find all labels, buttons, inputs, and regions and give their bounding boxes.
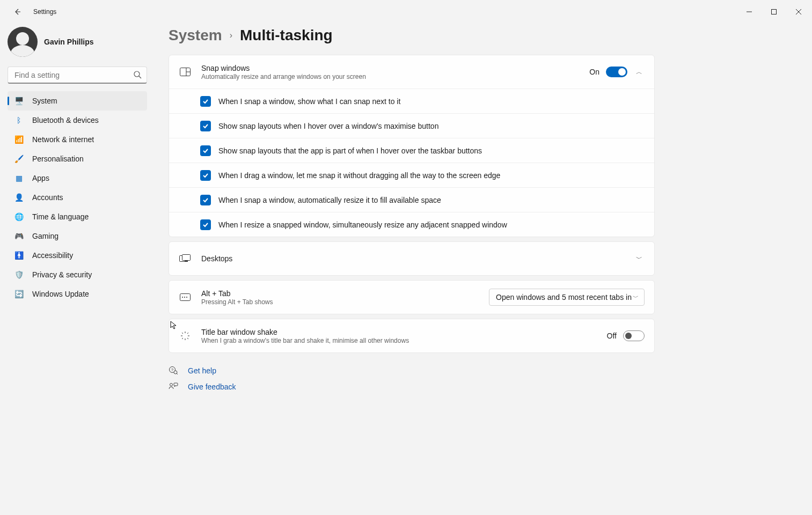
alttab-dropdown[interactable]: Open windows and 5 most recent tabs in M… xyxy=(489,289,645,306)
shake-card: Title bar window shake When I grab a win… xyxy=(169,319,655,353)
alttab-card: Alt + Tab Pressing Alt + Tab shows Open … xyxy=(169,280,655,314)
search-box[interactable] xyxy=(8,67,147,84)
shake-toggle[interactable] xyxy=(623,330,645,341)
system-icon: 🖥️ xyxy=(14,97,24,105)
nav-time[interactable]: 🌐Time & language xyxy=(8,207,147,226)
option-label: Show snap layouts that the app is part o… xyxy=(218,146,482,155)
nav-update[interactable]: 🔄Windows Update xyxy=(8,284,147,304)
option-label: Show snap layouts when I hover over a wi… xyxy=(218,122,438,130)
desktops-icon xyxy=(179,254,192,263)
snap-option-row[interactable]: When I drag a window, let me snap it wit… xyxy=(169,163,654,187)
feedback-icon xyxy=(169,382,178,392)
alttab-title: Alt + Tab xyxy=(201,289,273,298)
alttab-desc: Pressing Alt + Tab shows xyxy=(201,298,273,306)
nav-label: Accessibility xyxy=(32,251,73,260)
profile[interactable]: Gavin Phillips xyxy=(8,27,147,57)
nav-gaming[interactable]: 🎮Gaming xyxy=(8,226,147,246)
breadcrumb-parent[interactable]: System xyxy=(169,27,222,44)
svg-text:?: ? xyxy=(171,367,174,372)
checkbox[interactable] xyxy=(200,195,211,205)
svg-line-5 xyxy=(139,76,141,78)
snap-option-row[interactable]: When I snap a window, automatically resi… xyxy=(169,187,654,212)
accessibility-icon: 🚹 xyxy=(14,251,24,260)
svg-point-13 xyxy=(182,297,183,298)
chevron-down-icon[interactable]: ﹀ xyxy=(634,252,645,266)
nav-label: Windows Update xyxy=(32,290,89,298)
svg-rect-1 xyxy=(772,10,777,14)
svg-point-28 xyxy=(170,383,173,386)
nav-personalisation[interactable]: 🖌️Personalisation xyxy=(8,149,147,168)
snap-windows-header[interactable]: Snap windows Automatically resize and ar… xyxy=(169,55,654,89)
snap-windows-card: Snap windows Automatically resize and ar… xyxy=(169,55,655,237)
nav-bluetooth[interactable]: ᛒBluetooth & devices xyxy=(8,111,147,130)
snap-option-row[interactable]: When I snap a window, show what I can sn… xyxy=(169,89,654,113)
title-bar: Settings xyxy=(0,0,812,24)
svg-point-15 xyxy=(186,297,187,298)
chevron-down-icon: ﹀ xyxy=(633,293,639,301)
checkbox[interactable] xyxy=(200,145,211,156)
dropdown-value: Open windows and 5 most recent tabs in M xyxy=(496,293,633,301)
close-button[interactable] xyxy=(786,3,811,20)
checkbox[interactable] xyxy=(200,121,211,131)
option-label: When I drag a window, let me snap it wit… xyxy=(218,171,500,180)
nav-label: Personalisation xyxy=(32,154,84,163)
user-name: Gavin Phillips xyxy=(44,38,94,46)
snap-option-row[interactable]: When I resize a snapped window, simultan… xyxy=(169,212,654,237)
snap-option-row[interactable]: Show snap layouts that the app is part o… xyxy=(169,138,654,163)
nav-apps[interactable]: ▦Apps xyxy=(8,168,147,188)
give-feedback-link[interactable]: Give feedback xyxy=(188,382,236,391)
snap-option-row[interactable]: Show snap layouts when I hover over a wi… xyxy=(169,113,654,138)
apps-icon: ▦ xyxy=(14,174,24,182)
wifi-icon: 📶 xyxy=(14,135,24,144)
checkbox[interactable] xyxy=(200,96,211,107)
get-help-link[interactable]: Get help xyxy=(188,366,216,375)
nav-system[interactable]: 🖥️System xyxy=(8,91,147,111)
checkbox[interactable] xyxy=(200,219,211,230)
desktops-title: Desktops xyxy=(201,254,232,263)
option-label: When I snap a window, automatically resi… xyxy=(218,196,441,204)
shake-title: Title bar window shake xyxy=(201,328,409,336)
checkbox[interactable] xyxy=(200,170,211,181)
nav-list: 🖥️System ᛒBluetooth & devices 📶Network &… xyxy=(8,91,147,304)
snap-desc: Automatically resize and arrange windows… xyxy=(201,73,366,80)
snap-toggle[interactable] xyxy=(606,67,627,77)
svg-line-23 xyxy=(182,338,183,339)
svg-line-22 xyxy=(187,333,188,334)
svg-line-27 xyxy=(177,373,178,374)
app-title: Settings xyxy=(33,8,56,16)
shake-state: Off xyxy=(607,332,617,340)
help-icon: ? xyxy=(169,366,178,376)
nav-label: Privacy & security xyxy=(32,270,92,279)
shield-icon: 🛡️ xyxy=(14,270,24,279)
main-content: System › Multi-tasking Snap windows Auto… xyxy=(156,24,812,515)
nav-label: Apps xyxy=(32,174,49,182)
bluetooth-icon: ᛒ xyxy=(14,116,24,124)
search-icon xyxy=(133,70,142,81)
chevron-up-icon[interactable]: ︿ xyxy=(634,65,645,79)
snap-title: Snap windows xyxy=(201,64,366,72)
nav-label: Bluetooth & devices xyxy=(32,116,99,124)
snap-state: On xyxy=(589,68,599,76)
gamepad-icon: 🎮 xyxy=(14,232,24,240)
svg-point-4 xyxy=(134,71,140,77)
search-input[interactable] xyxy=(8,67,147,84)
option-label: When I resize a snapped window, simultan… xyxy=(218,220,507,229)
nav-accounts[interactable]: 👤Accounts xyxy=(8,188,147,207)
desktops-card[interactable]: Desktops ﹀ xyxy=(169,241,655,276)
nav-network[interactable]: 📶Network & internet xyxy=(8,130,147,149)
maximize-button[interactable] xyxy=(762,3,786,20)
minimize-button[interactable] xyxy=(737,3,762,20)
nav-privacy[interactable]: 🛡️Privacy & security xyxy=(8,265,147,284)
sidebar: Gavin Phillips 🖥️System ᛒBluetooth & dev… xyxy=(0,24,156,515)
help-links: ? Get help Give feedback xyxy=(169,363,791,395)
svg-rect-29 xyxy=(174,383,178,386)
back-button[interactable] xyxy=(9,3,26,20)
brush-icon: 🖌️ xyxy=(14,154,24,163)
option-label: When I snap a window, show what I can sn… xyxy=(218,97,400,106)
svg-rect-10 xyxy=(182,255,191,261)
shake-icon xyxy=(179,331,192,341)
svg-line-20 xyxy=(182,333,183,334)
nav-accessibility[interactable]: 🚹Accessibility xyxy=(8,246,147,265)
avatar xyxy=(8,27,38,57)
nav-label: Accounts xyxy=(32,193,63,202)
